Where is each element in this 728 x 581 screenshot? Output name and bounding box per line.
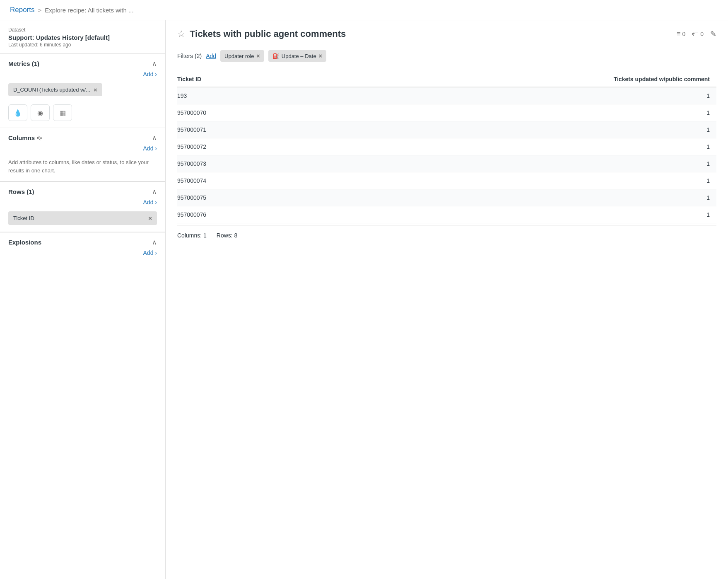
filters-bar: Filters (2) Add Updater role × ⛽ Update … xyxy=(177,46,716,66)
table-header-row: Ticket ID Tickets updated w/public comme… xyxy=(177,72,716,87)
main-layout: Dataset Support: Updates History [defaul… xyxy=(0,20,728,579)
rows-ticket-id-chip[interactable]: Ticket ID × xyxy=(8,211,157,225)
rows-add-link[interactable]: Add xyxy=(143,199,157,206)
filters-label: Filters (2) xyxy=(177,53,202,59)
subscriptions-icon: ≡ xyxy=(677,30,680,38)
report-title: Tickets with public agent comments xyxy=(190,29,346,39)
columns-add-link[interactable]: Add xyxy=(143,145,157,152)
footer-columns: Columns: 1 xyxy=(177,232,207,239)
explosions-add-row: Add xyxy=(0,249,165,260)
data-table: Ticket ID Tickets updated w/public comme… xyxy=(177,72,716,223)
columns-toggle[interactable]: ∧ xyxy=(152,134,157,142)
metrics-toggle[interactable]: ∧ xyxy=(152,60,157,68)
filter-chip-updater-remove[interactable]: × xyxy=(257,53,260,59)
metrics-header: Metrics (1) ∧ xyxy=(0,54,165,70)
columns-header: Columns ⇄ ∧ xyxy=(0,128,165,144)
breadcrumb-separator: > xyxy=(38,7,42,14)
table-row: 957000070 1 xyxy=(177,104,716,121)
table-row: 957000075 1 xyxy=(177,189,716,206)
metrics-add-row: Add xyxy=(0,70,165,82)
metrics-section: Metrics (1) ∧ Add D_COUNT(Tickets update… xyxy=(0,54,165,128)
table-row: 193 1 xyxy=(177,87,716,104)
table-row: 957000071 1 xyxy=(177,121,716,138)
viz-icon-drop[interactable]: 💧 xyxy=(8,104,27,121)
report-header: ☆ Tickets with public agent comments ≡ 0… xyxy=(177,29,716,39)
footer-rows: Rows: 8 xyxy=(217,232,238,239)
cell-count: 1 xyxy=(316,104,716,121)
rows-chip-remove[interactable]: × xyxy=(148,215,152,222)
dataset-name: Support: Updates History [default] xyxy=(8,34,157,41)
cell-count: 1 xyxy=(316,138,716,155)
cell-count: 1 xyxy=(316,189,716,206)
rows-toggle[interactable]: ∧ xyxy=(152,188,157,196)
breadcrumb: Reports > Explore recipe: All tickets wi… xyxy=(0,0,728,20)
filter-funnel-icon: ⛽ xyxy=(272,53,279,59)
cell-ticket-id: 957000074 xyxy=(177,172,316,189)
metrics-chip[interactable]: D_COUNT(Tickets updated w/... × xyxy=(8,83,102,96)
dataset-label: Dataset xyxy=(8,27,157,33)
explosions-add-link[interactable]: Add xyxy=(143,249,157,256)
cell-ticket-id: 957000076 xyxy=(177,206,316,223)
cell-count: 1 xyxy=(316,87,716,104)
cell-count: 1 xyxy=(316,121,716,138)
rows-add-row: Add xyxy=(0,198,165,210)
metrics-add-link[interactable]: Add xyxy=(143,71,157,77)
table-body: 193 1 957000070 1 957000071 1 957000072 … xyxy=(177,87,716,223)
tags-icon: 🏷 xyxy=(692,30,699,38)
content-area: ☆ Tickets with public agent comments ≡ 0… xyxy=(166,20,728,579)
cell-ticket-id: 193 xyxy=(177,87,316,104)
metrics-chip-remove[interactable]: × xyxy=(94,86,97,93)
metrics-title: Metrics (1) xyxy=(8,60,39,67)
rows-section: Rows (1) ∧ Add Ticket ID × xyxy=(0,182,165,225)
columns-swap-icon: ⇄ xyxy=(36,134,44,142)
columns-section: Columns ⇄ ∧ Add Add attributes to column… xyxy=(0,128,165,181)
cell-count: 1 xyxy=(316,155,716,172)
columns-add-row: Add xyxy=(0,144,165,156)
table-row: 957000074 1 xyxy=(177,172,716,189)
columns-title-row: Columns ⇄ xyxy=(8,134,42,141)
col-header-ticket-id: Ticket ID xyxy=(177,72,316,87)
report-title-row: ☆ Tickets with public agent comments xyxy=(177,29,346,39)
columns-hint: Add attributes to columns, like dates or… xyxy=(0,156,165,181)
filter-chip-date-remove[interactable]: × xyxy=(319,53,322,59)
viz-icons-row: 💧 ◉ ▦ xyxy=(0,101,165,128)
subscriptions-count: 0 xyxy=(682,31,685,37)
cell-ticket-id: 957000070 xyxy=(177,104,316,121)
star-icon[interactable]: ☆ xyxy=(177,29,186,39)
dataset-updated: Last updated: 6 minutes ago xyxy=(8,42,157,48)
viz-icon-radio[interactable]: ◉ xyxy=(31,104,50,121)
rows-title: Rows (1) xyxy=(8,188,34,195)
edit-icon[interactable]: ✎ xyxy=(710,29,716,39)
explosions-section: Explosions ∧ Add xyxy=(0,232,165,260)
tags-badge: 🏷 0 xyxy=(692,30,704,38)
sidebar: Dataset Support: Updates History [defaul… xyxy=(0,20,166,579)
filter-chip-date-label: Update – Date xyxy=(282,53,316,59)
cell-count: 1 xyxy=(316,206,716,223)
col-header-count: Tickets updated w/public comment xyxy=(316,72,716,87)
filter-chip-update-date[interactable]: ⛽ Update – Date × xyxy=(268,50,326,62)
filters-add-link[interactable]: Add xyxy=(206,53,216,59)
cell-ticket-id: 957000073 xyxy=(177,155,316,172)
columns-title: Columns xyxy=(8,134,35,141)
rows-chip-label: Ticket ID xyxy=(13,215,34,221)
report-actions: ≡ 0 🏷 0 ✎ xyxy=(677,29,716,39)
cell-ticket-id: 957000075 xyxy=(177,189,316,206)
subscriptions-badge: ≡ 0 xyxy=(677,30,685,38)
filter-chip-updater-role[interactable]: Updater role × xyxy=(220,50,264,62)
table-row: 957000072 1 xyxy=(177,138,716,155)
filter-chip-updater-label: Updater role xyxy=(224,53,254,59)
metrics-chip-label: D_COUNT(Tickets updated w/... xyxy=(13,87,90,93)
viz-icon-table[interactable]: ▦ xyxy=(53,104,72,121)
explosions-toggle[interactable]: ∧ xyxy=(152,238,157,246)
table-row: 957000076 1 xyxy=(177,206,716,223)
cell-count: 1 xyxy=(316,172,716,189)
explosions-header: Explosions ∧ xyxy=(0,232,165,249)
metrics-chip-row: D_COUNT(Tickets updated w/... × xyxy=(0,82,165,101)
reports-link[interactable]: Reports xyxy=(10,6,35,14)
breadcrumb-current-page: Explore recipe: All tickets with ... xyxy=(45,7,133,14)
table-footer: Columns: 1 Rows: 8 xyxy=(177,225,716,239)
dataset-section: Dataset Support: Updates History [defaul… xyxy=(0,20,165,54)
rows-header: Rows (1) ∧ xyxy=(0,182,165,198)
explosions-title: Explosions xyxy=(8,239,41,246)
cell-ticket-id: 957000072 xyxy=(177,138,316,155)
